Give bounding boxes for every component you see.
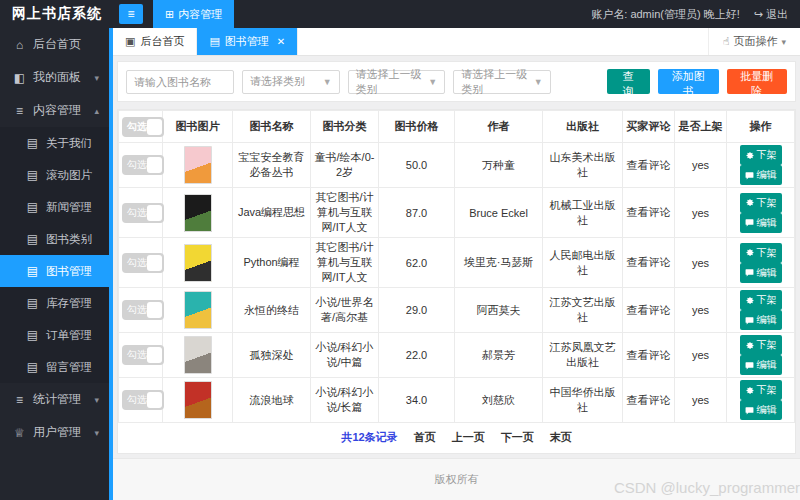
sidebar-subitem-label: 图书管理 xyxy=(46,264,92,279)
sidebar-subitem-label: 库存管理 xyxy=(46,296,92,311)
row-select-switch[interactable]: 勾选 xyxy=(122,155,164,175)
gear-icon xyxy=(745,151,754,160)
book-cover-image xyxy=(184,244,212,282)
sidebar-item-label: 统计管理 xyxy=(33,391,81,408)
off-shelf-button[interactable]: 下架 xyxy=(740,193,782,213)
cell-price: 50.0 xyxy=(379,143,455,188)
chevron-down-icon: ▼ xyxy=(534,77,543,87)
next-page-link[interactable]: 下一页 xyxy=(501,430,534,445)
category-select[interactable]: 请选择类别▼ xyxy=(242,70,340,94)
sidebar-subitem-订单管理[interactable]: ▤订单管理 xyxy=(0,319,109,351)
bulk-delete-button[interactable]: 批量删除 xyxy=(727,69,788,94)
sidebar-subitem-库存管理[interactable]: ▤库存管理 xyxy=(0,287,109,319)
sidebar-item-label: 后台首页 xyxy=(33,36,81,53)
view-comments-link[interactable]: 查看评论 xyxy=(627,206,671,218)
off-shelf-button[interactable]: 下架 xyxy=(740,243,782,263)
cell-book-name: 永恒的终结 xyxy=(233,288,311,333)
close-icon[interactable]: ✕ xyxy=(277,36,285,47)
edit-button[interactable]: 编辑 xyxy=(740,213,782,233)
parent-category-select-1[interactable]: 请选择上一级类别▼ xyxy=(348,70,446,94)
cell-book-name: Python编程 xyxy=(233,238,311,288)
column-header: 出版社 xyxy=(543,111,623,143)
edit-button[interactable]: 编辑 xyxy=(740,400,782,420)
logout-button[interactable]: ↪ 退出 xyxy=(754,7,788,22)
sidebar-subitem-label: 关于我们 xyxy=(46,136,92,151)
chevron-up-icon: ▴ xyxy=(94,106,99,116)
prev-page-link[interactable]: 上一页 xyxy=(452,430,485,445)
edit-button[interactable]: 编辑 xyxy=(740,165,782,185)
sidebar-subitem-label: 留言管理 xyxy=(46,360,92,375)
view-comments-link[interactable]: 查看评论 xyxy=(627,394,671,406)
filter-bar: 请选择类别▼ 请选择上一级类别▼ 请选择上一级类别▼ 查询 添加图书 批量删除 xyxy=(117,61,796,102)
cell-author: 刘慈欣 xyxy=(455,378,543,423)
row-select-switch[interactable]: 勾选 xyxy=(122,345,164,365)
page-actions-dropdown[interactable]: ☝ 页面操作 ▾ xyxy=(708,28,800,55)
cell-author: 万种童 xyxy=(455,143,543,188)
off-shelf-button[interactable]: 下架 xyxy=(740,145,782,165)
off-shelf-button[interactable]: 下架 xyxy=(740,290,782,310)
edit-button[interactable]: 编辑 xyxy=(740,263,782,283)
cell-check: 勾选 xyxy=(119,143,163,188)
cell-publisher: 机械工业出版社 xyxy=(543,188,623,238)
panel-icon: ◧ xyxy=(13,71,26,85)
sidebar-item-用户管理[interactable]: ♕用户管理▾ xyxy=(0,416,109,449)
last-page-link[interactable]: 末页 xyxy=(550,430,572,445)
cell-author: 阿西莫夫 xyxy=(455,288,543,333)
row-select-switch[interactable]: 勾选 xyxy=(122,203,164,223)
off-shelf-button[interactable]: 下架 xyxy=(740,380,782,400)
view-comments-link[interactable]: 查看评论 xyxy=(627,159,671,171)
sidebar-subitem-图书类别[interactable]: ▤图书类别 xyxy=(0,223,109,255)
cell-author: Bruce Eckel xyxy=(455,188,543,238)
cell-price: 29.0 xyxy=(379,288,455,333)
chevron-down-icon: ▾ xyxy=(94,73,99,83)
sidebar-subitem-滚动图片[interactable]: ▤滚动图片 xyxy=(0,159,109,191)
parent-category-select-2[interactable]: 请选择上一级类别▼ xyxy=(453,70,551,94)
add-book-button[interactable]: 添加图书 xyxy=(658,69,719,94)
first-page-link[interactable]: 首页 xyxy=(414,430,436,445)
view-comments-link[interactable]: 查看评论 xyxy=(627,256,671,268)
cell-category: 小说/科幻小说/中篇 xyxy=(311,333,379,378)
pagination: 共12条记录 首页 上一页 下一页 末页 xyxy=(118,423,795,453)
topnav-tab-content[interactable]: ⊞ 内容管理 xyxy=(153,0,234,28)
sidebar-subitem-留言管理[interactable]: ▤留言管理 xyxy=(0,351,109,383)
tab-label: 图书管理 xyxy=(225,34,269,49)
tab-图书管理[interactable]: ▤图书管理✕ xyxy=(197,28,298,55)
document-icon: ▤ xyxy=(26,264,39,278)
document-icon: ▤ xyxy=(26,200,39,214)
view-comments-link[interactable]: 查看评论 xyxy=(627,349,671,361)
off-shelf-button[interactable]: 下架 xyxy=(740,335,782,355)
sidebar-item-我的面板[interactable]: ◧我的面板▾ xyxy=(0,61,109,94)
sidebar-item-统计管理[interactable]: ≡统计管理▾ xyxy=(0,383,109,416)
select-all-switch[interactable]: 勾选 xyxy=(122,117,164,137)
row-select-switch[interactable]: 勾选 xyxy=(122,253,164,273)
logout-label: 退出 xyxy=(766,7,788,22)
query-button[interactable]: 查询 xyxy=(607,69,650,94)
sidebar-subitem-图书管理[interactable]: ▤图书管理 xyxy=(0,255,109,287)
sidebar-toggle-button[interactable]: ≡ xyxy=(119,4,143,24)
book-name-input[interactable] xyxy=(126,70,234,94)
row-select-switch[interactable]: 勾选 xyxy=(122,300,164,320)
sidebar-item-内容管理[interactable]: ≡内容管理▴ xyxy=(0,94,109,127)
sidebar-submenu: ▤关于我们▤滚动图片▤新闻管理▤图书类别▤图书管理▤库存管理▤订单管理▤留言管理 xyxy=(0,127,109,383)
grid-icon: ⊞ xyxy=(165,8,174,21)
document-icon: ▤ xyxy=(26,328,39,342)
cell-category: 小说/科幻小说/长篇 xyxy=(311,378,379,423)
sidebar-subitem-关于我们[interactable]: ▤关于我们 xyxy=(0,127,109,159)
cell-publisher: 江苏凤凰文艺出版社 xyxy=(543,333,623,378)
sidebar-subitem-新闻管理[interactable]: ▤新闻管理 xyxy=(0,191,109,223)
comment-icon xyxy=(745,171,754,180)
sidebar-item-后台首页[interactable]: ⌂后台首页 xyxy=(0,28,109,61)
column-header: 作者 xyxy=(455,111,543,143)
cell-category: 其它图书/计算机与互联网/IT人文 xyxy=(311,188,379,238)
row-select-switch[interactable]: 勾选 xyxy=(122,390,164,410)
cell-cover xyxy=(163,288,233,333)
cell-actions: 下架编辑 xyxy=(727,238,795,288)
view-comments-link[interactable]: 查看评论 xyxy=(627,304,671,316)
cell-category: 小说/世界名著/高尔基 xyxy=(311,288,379,333)
cell-publisher: 中国华侨出版社 xyxy=(543,378,623,423)
edit-button[interactable]: 编辑 xyxy=(740,355,782,375)
edit-button[interactable]: 编辑 xyxy=(740,310,782,330)
pointer-icon: ☝ xyxy=(723,35,730,48)
tab-后台首页[interactable]: ▣后台首页 xyxy=(113,28,197,55)
cell-comments: 查看评论 xyxy=(623,378,675,423)
